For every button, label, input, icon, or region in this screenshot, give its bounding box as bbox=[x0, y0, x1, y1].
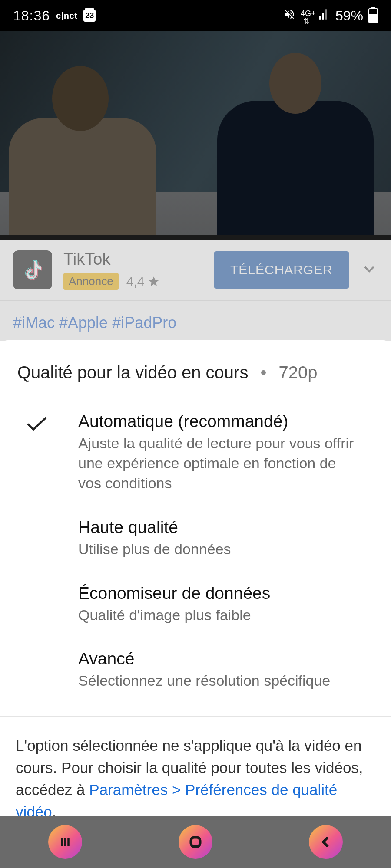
sheet-title: Qualité pour la vidéo en cours bbox=[17, 363, 248, 382]
home-button[interactable] bbox=[179, 825, 212, 859]
ad-rating: 4,4 bbox=[126, 274, 160, 289]
option-subtitle: Utilise plus de données bbox=[78, 539, 356, 559]
option-subtitle: Ajuste la qualité de lecture pour vous o… bbox=[78, 434, 356, 493]
expand-ad-icon[interactable] bbox=[361, 260, 378, 279]
status-bar: 18:36 c|net 23 4G+⇅ 59% bbox=[0, 0, 391, 31]
option-subtitle: Qualité d'image plus faible bbox=[78, 605, 356, 625]
status-time: 18:36 bbox=[13, 8, 50, 24]
option-title: Haute qualité bbox=[78, 518, 356, 537]
option-title: Avancé bbox=[78, 649, 356, 668]
calendar-icon: 23 bbox=[83, 10, 96, 22]
check-icon bbox=[0, 412, 74, 493]
signal-icon bbox=[318, 8, 330, 24]
option-subtitle: Sélectionnez une résolution spécifique bbox=[78, 671, 356, 691]
quality-option-high[interactable]: Haute qualité Utilise plus de données bbox=[0, 506, 391, 572]
quality-bottom-sheet: Qualité pour la vidéo en cours • 720p Au… bbox=[0, 340, 391, 868]
recents-button[interactable] bbox=[48, 825, 82, 859]
ad-title: TikTok bbox=[63, 250, 202, 269]
tiktok-icon bbox=[13, 250, 52, 289]
separator-dot: • bbox=[260, 363, 266, 382]
quality-option-advanced[interactable]: Avancé Sélectionnez une résolution spéci… bbox=[0, 637, 391, 703]
cnet-icon: c|net bbox=[56, 11, 77, 21]
back-button[interactable] bbox=[309, 825, 343, 859]
battery-icon bbox=[368, 8, 378, 23]
quality-option-saver[interactable]: Économiseur de données Qualité d'image p… bbox=[0, 572, 391, 638]
quality-option-auto[interactable]: Automatique (recommandé) Ajuste la quali… bbox=[0, 400, 391, 506]
mute-icon bbox=[283, 8, 295, 24]
download-button[interactable]: TÉLÉCHARGER bbox=[214, 251, 349, 289]
option-title: Économiseur de données bbox=[78, 584, 356, 603]
svg-rect-3 bbox=[191, 838, 200, 847]
navigation-bar bbox=[0, 816, 391, 868]
video-player[interactable] bbox=[0, 31, 391, 240]
sheet-header: Qualité pour la vidéo en cours • 720p bbox=[0, 340, 391, 400]
video-hashtags[interactable]: #iMac #Apple #iPadPro bbox=[0, 301, 391, 341]
ad-banner[interactable]: TikTok Annonce 4,4 TÉLÉCHARGER bbox=[0, 240, 391, 301]
network-4g-icon: 4G+⇅ bbox=[301, 10, 313, 22]
ad-badge: Annonce bbox=[63, 273, 119, 290]
current-quality: 720p bbox=[278, 363, 317, 382]
option-title: Automatique (recommandé) bbox=[78, 412, 356, 431]
star-icon bbox=[148, 276, 160, 288]
battery-percent: 59% bbox=[335, 8, 363, 24]
video-progress-bar[interactable] bbox=[0, 235, 391, 240]
